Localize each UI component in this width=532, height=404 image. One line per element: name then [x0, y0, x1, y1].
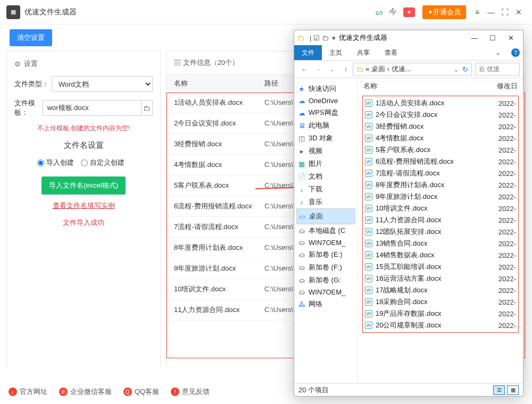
docx-icon: W — [365, 216, 372, 224]
file-row[interactable]: W14销售数据表.docx2022- — [364, 249, 517, 261]
docx-icon: W — [365, 251, 372, 259]
file-row[interactable]: W17战略规划.docx2022- — [364, 284, 517, 296]
username-initial[interactable]: 今 — [389, 7, 397, 17]
explorer-titlebar[interactable]: 🗀 | ☑ 🗀 ▾ 优速文件生成器 — ☐ ✕ — [294, 30, 523, 45]
file-row[interactable]: W2今日会议安排.docx2022- — [364, 109, 517, 121]
file-row[interactable]: W15员工职能培训.docx2022- — [364, 261, 517, 273]
view-details-icon[interactable]: ☰ — [493, 385, 505, 395]
footer-wechat[interactable]: ✆企业微信客服 — [59, 387, 112, 397]
ribbon-expand[interactable]: ⌄ — [488, 45, 508, 60]
file-row[interactable]: W8年度费用计划表.docx2022- — [364, 179, 517, 191]
file-name: 20公司规章制度.docx — [376, 321, 489, 330]
example-link[interactable]: 查看文件名填写实例 — [14, 201, 153, 211]
nav-back[interactable]: ← — [297, 65, 311, 73]
file-row[interactable]: W16运营活动方案.docx2022- — [364, 273, 517, 284]
sidebar-item[interactable]: ▸视频 — [296, 145, 355, 157]
sidebar-item[interactable]: ⛀新加卷 (E:) — [296, 248, 355, 261]
refresh-icon[interactable]: ↻ — [462, 65, 468, 73]
sidebar-icon: ⛀ — [297, 288, 306, 296]
minimize-icon[interactable]: — — [484, 8, 498, 16]
explorer-col-date[interactable]: 修改日 — [491, 81, 518, 91]
vip-button[interactable]: ✦ 开通会员 — [422, 5, 466, 19]
file-row[interactable]: W10培训文件.docx2022- — [364, 203, 517, 214]
sidebar-item[interactable]: ▭桌面 — [296, 208, 355, 224]
fileinfo-title: 文件信息（20个） — [183, 58, 239, 66]
sidebar-item[interactable]: ⛀新加卷 (G: — [296, 274, 355, 287]
sidebar-item[interactable]: ☁WPS网盘 — [296, 106, 355, 119]
sidebar-item[interactable]: ◫3D 对象 — [296, 132, 355, 145]
clear-settings-button[interactable]: 清空设置 — [10, 29, 52, 46]
qq-icon: Q — [123, 388, 132, 396]
sidebar-item[interactable]: 🖧网络 — [296, 298, 355, 310]
sidebar-item[interactable]: ⛀WIN7OEM_ — [296, 287, 355, 298]
tab-file[interactable]: 文件 — [294, 45, 322, 60]
tab-share[interactable]: 共享 — [350, 45, 377, 60]
menu-icon[interactable]: ≡ — [470, 8, 484, 16]
file-row[interactable]: W18采购合同.docx2022- — [364, 296, 517, 308]
sidebar-item[interactable]: ★快速访问 — [296, 82, 355, 95]
file-row[interactable]: W9年度旅游计划.docx2022- — [364, 191, 517, 203]
sidebar-icon: ⛀ — [297, 251, 306, 259]
explorer-maximize[interactable]: ☐ — [484, 34, 502, 42]
badge-icon[interactable]: ✦ — [403, 7, 415, 17]
file-type-select[interactable]: Word文档 — [52, 76, 153, 92]
view-icons-icon[interactable]: ▦ — [507, 385, 519, 395]
explorer-window: 🗀 | ☑ 🗀 ▾ 优速文件生成器 — ☐ ✕ 文件 主页 共享 查看 ⌄ ? … — [294, 30, 523, 397]
file-row[interactable]: W13销售合同.docx2022- — [364, 238, 517, 249]
nav-up[interactable]: ↑ — [339, 65, 353, 73]
qat-folder-icon[interactable]: 🗀 — [322, 34, 329, 42]
file-row[interactable]: W20公司规章制度.docx2022- — [364, 319, 517, 331]
footer-feedback[interactable]: !意见反馈 — [171, 387, 210, 397]
import-filenames-button[interactable]: 导入文件名(excel格式) — [41, 176, 126, 195]
sidebar-icon: ☁ — [297, 97, 306, 105]
radio-custom[interactable]: 自定义创建 — [81, 158, 124, 167]
sidebar-item[interactable]: ☁OneDrive — [296, 95, 355, 106]
file-row[interactable]: W12团队拓展安排.docx2022- — [364, 226, 517, 238]
qat-dropdown-icon[interactable]: ▾ — [332, 34, 336, 42]
sidebar-item[interactable]: ⛀WIN7OEM_ — [296, 237, 355, 248]
file-row[interactable]: W3经费报销.docx2022- — [364, 121, 517, 132]
explorer-search[interactable] — [475, 63, 520, 75]
explorer-rows: W1活动人员安排表.docx2022-W2今日会议安排.docx2022-W3经… — [362, 96, 519, 333]
file-date: 2022- — [489, 263, 516, 271]
maximize-icon[interactable]: ⛶ — [498, 8, 512, 16]
sidebar-item[interactable]: ♪音乐 — [296, 196, 355, 208]
sidebar-item[interactable]: 📄文档 — [296, 170, 355, 183]
file-row[interactable]: W19产品库存数据.docx2022- — [364, 308, 517, 319]
path-bar[interactable]: 🗀 « 桌面 › 优速... ⌄ ↻ — [353, 63, 472, 75]
footer-qq[interactable]: QQQ客服 — [123, 387, 159, 397]
help-icon[interactable]: ? — [511, 48, 520, 57]
snake-icon[interactable]: ᔕ — [376, 7, 383, 17]
docx-icon: W — [365, 111, 372, 119]
sidebar-icon: 📄 — [297, 173, 306, 181]
tab-view[interactable]: 查看 — [377, 45, 405, 60]
path-dropdown-icon[interactable]: ⌄ — [453, 65, 459, 73]
file-row[interactable]: W6流程-费用报销流程.docx2022- — [364, 156, 517, 167]
explorer-col-name[interactable]: 名称 — [363, 81, 491, 91]
nav-forward[interactable]: → — [311, 65, 325, 73]
file-row[interactable]: W5客户联系表.docx2022- — [364, 144, 517, 156]
sidebar-item[interactable]: ▦图片 — [296, 157, 355, 170]
sidebar-label: WPS网盘 — [309, 108, 338, 117]
sidebar-label: 网络 — [309, 299, 322, 309]
template-input[interactable] — [43, 100, 142, 116]
explorer-close[interactable]: ✕ — [502, 34, 520, 42]
explorer-minimize[interactable]: — — [466, 34, 484, 42]
file-row[interactable]: W1活动人员安排表.docx2022- — [364, 97, 517, 109]
sidebar-item[interactable]: ⛀本地磁盘 (C — [296, 224, 355, 237]
browse-template-button[interactable]: 🗀 — [142, 100, 153, 116]
file-row[interactable]: W7流程-请假流程.docx2022- — [364, 167, 517, 179]
file-date: 2022- — [489, 216, 516, 224]
footer-site[interactable]: ⌂官方网址 — [9, 387, 47, 397]
qat-checkbox-icon[interactable]: ☑ — [313, 34, 320, 42]
sidebar-item[interactable]: ⛀新加卷 (F:) — [296, 261, 355, 274]
radio-import[interactable]: 导入创建 — [37, 158, 74, 167]
file-date: 2022- — [489, 310, 516, 318]
file-row[interactable]: W11人力资源合同.docx2022- — [364, 214, 517, 226]
file-row[interactable]: W4考情数据.docx2022- — [364, 132, 517, 144]
nav-history-dropdown[interactable]: ⌄ — [325, 66, 339, 72]
tab-home[interactable]: 主页 — [322, 45, 350, 60]
sidebar-item[interactable]: 🖥此电脑 — [296, 119, 355, 132]
sidebar-item[interactable]: ↓下载 — [296, 183, 355, 196]
close-icon[interactable]: ✕ — [512, 8, 526, 16]
